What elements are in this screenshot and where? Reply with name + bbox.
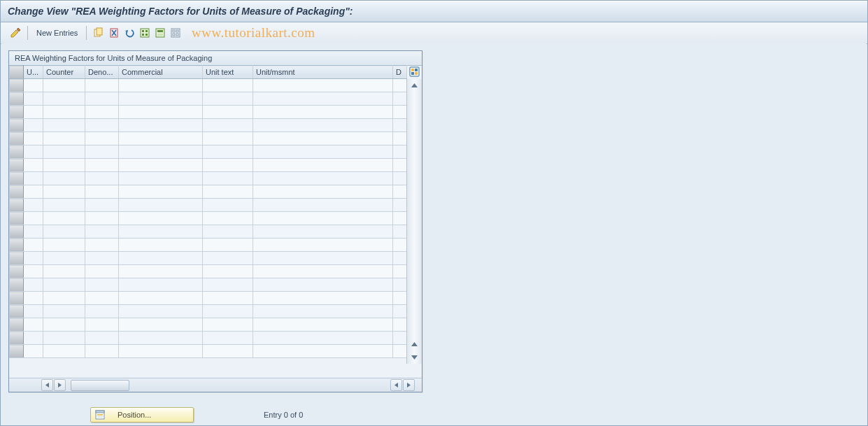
cell[interactable]: [119, 345, 203, 358]
col-header-unit-msmnt[interactable]: Unit/msmnt: [253, 66, 393, 79]
row-selector[interactable]: [10, 132, 24, 145]
table-row[interactable]: [10, 92, 407, 106]
cell[interactable]: [119, 92, 203, 106]
cell[interactable]: [43, 106, 85, 119]
cell[interactable]: [253, 212, 393, 225]
scroll-up-icon[interactable]: [408, 80, 420, 92]
cell[interactable]: [393, 239, 407, 252]
cell[interactable]: [119, 265, 203, 278]
cell[interactable]: [393, 159, 407, 172]
cell[interactable]: [43, 79, 85, 92]
cell[interactable]: [203, 172, 253, 185]
cell[interactable]: [24, 132, 43, 145]
cell[interactable]: [85, 265, 119, 278]
cell[interactable]: [24, 185, 43, 199]
cell[interactable]: [43, 278, 85, 292]
row-selector[interactable]: [10, 225, 24, 239]
undo-icon[interactable]: [122, 26, 136, 40]
table-row[interactable]: [10, 292, 407, 305]
cell[interactable]: [253, 119, 393, 132]
cell[interactable]: [119, 212, 203, 225]
cell[interactable]: [43, 225, 85, 239]
cell[interactable]: [203, 132, 253, 145]
cell[interactable]: [85, 252, 119, 265]
cell[interactable]: [85, 278, 119, 292]
row-selector[interactable]: [10, 212, 24, 225]
row-selector[interactable]: [10, 305, 24, 318]
cell[interactable]: [119, 185, 203, 199]
cell[interactable]: [203, 305, 253, 318]
cell[interactable]: [203, 79, 253, 92]
col-header-counter[interactable]: Counter: [43, 66, 85, 79]
cell[interactable]: [393, 305, 407, 318]
cell[interactable]: [253, 145, 393, 159]
table-row[interactable]: [10, 119, 407, 132]
cell[interactable]: [253, 239, 393, 252]
cell[interactable]: [24, 318, 43, 332]
row-selector[interactable]: [10, 278, 24, 292]
cell[interactable]: [203, 345, 253, 358]
cell[interactable]: [253, 225, 393, 239]
change-icon[interactable]: [8, 26, 22, 40]
cell[interactable]: [43, 318, 85, 332]
cell[interactable]: [43, 252, 85, 265]
cell[interactable]: [393, 292, 407, 305]
cell[interactable]: [393, 345, 407, 358]
cell[interactable]: [43, 332, 85, 345]
cell[interactable]: [393, 212, 407, 225]
cell[interactable]: [253, 265, 393, 278]
row-selector[interactable]: [10, 252, 24, 265]
cell[interactable]: [203, 212, 253, 225]
cell[interactable]: [393, 252, 407, 265]
cell[interactable]: [119, 225, 203, 239]
cell[interactable]: [43, 145, 85, 159]
cell[interactable]: [393, 79, 407, 92]
table-row[interactable]: [10, 185, 407, 199]
table-settings-icon[interactable]: [408, 66, 420, 78]
cell[interactable]: [119, 132, 203, 145]
position-button[interactable]: Position...: [90, 407, 194, 423]
cell[interactable]: [43, 199, 85, 212]
cell[interactable]: [24, 79, 43, 92]
cell[interactable]: [119, 305, 203, 318]
table-row[interactable]: [10, 159, 407, 172]
row-selector[interactable]: [10, 292, 24, 305]
cell[interactable]: [85, 119, 119, 132]
cell[interactable]: [24, 265, 43, 278]
cell[interactable]: [119, 79, 203, 92]
cell[interactable]: [203, 199, 253, 212]
cell[interactable]: [393, 106, 407, 119]
table-row[interactable]: [10, 305, 407, 318]
cell[interactable]: [119, 119, 203, 132]
cell[interactable]: [43, 172, 85, 185]
table-row[interactable]: [10, 132, 407, 145]
cell[interactable]: [85, 172, 119, 185]
cell[interactable]: [85, 225, 119, 239]
col-header-u[interactable]: U...: [24, 66, 43, 79]
cell[interactable]: [253, 106, 393, 119]
cell[interactable]: [119, 332, 203, 345]
cell[interactable]: [24, 292, 43, 305]
cell[interactable]: [24, 199, 43, 212]
cell[interactable]: [85, 318, 119, 332]
select-all-icon[interactable]: [138, 26, 152, 40]
cell[interactable]: [43, 132, 85, 145]
cell[interactable]: [119, 318, 203, 332]
cell[interactable]: [85, 185, 119, 199]
cell[interactable]: [253, 292, 393, 305]
cell[interactable]: [393, 199, 407, 212]
cell[interactable]: [253, 132, 393, 145]
table-row[interactable]: [10, 332, 407, 345]
col-header-unit-text[interactable]: Unit text: [203, 66, 253, 79]
row-selector[interactable]: [10, 159, 24, 172]
hscroll-thumb[interactable]: [71, 380, 129, 391]
cell[interactable]: [393, 92, 407, 106]
horizontal-scrollbar[interactable]: [9, 378, 422, 392]
cell[interactable]: [24, 225, 43, 239]
cell[interactable]: [203, 119, 253, 132]
table-row[interactable]: [10, 252, 407, 265]
cell[interactable]: [24, 92, 43, 106]
scroll-right2-icon[interactable]: [403, 379, 415, 391]
cell[interactable]: [119, 199, 203, 212]
table-row[interactable]: [10, 199, 407, 212]
